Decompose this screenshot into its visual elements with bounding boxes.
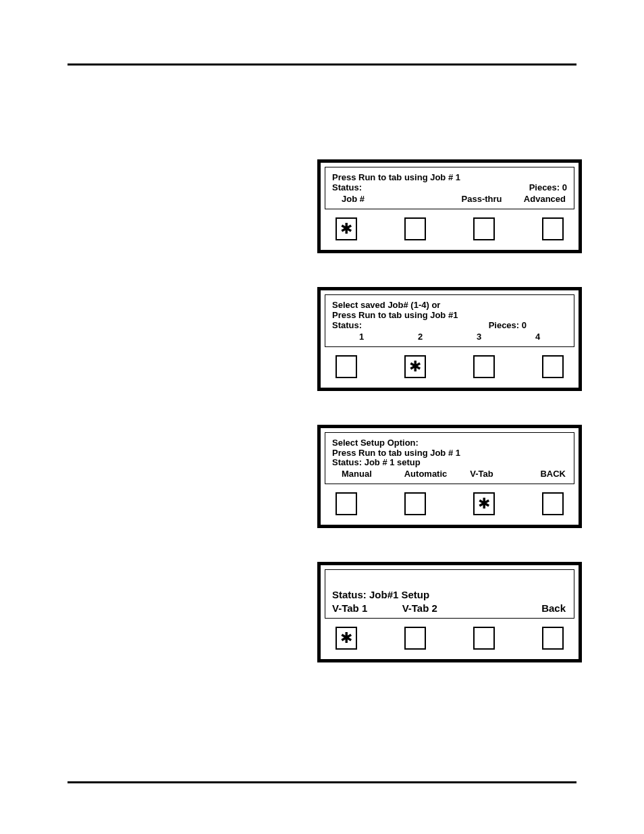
softkey-label-1: Manual <box>332 469 398 479</box>
softkey-label-1: V-Tab 1 <box>332 602 391 614</box>
softkey-4[interactable] <box>542 492 564 515</box>
softkey-4[interactable] <box>542 217 564 240</box>
softkey-label-4: Advanced <box>510 194 567 205</box>
control-panel-2: Select saved Job# (1-4) or Press Run to … <box>317 287 582 391</box>
prompt-line-1: Select Setup Option: <box>332 438 567 448</box>
softkey-row: ✱ <box>321 213 579 250</box>
softkey-3[interactable] <box>473 217 495 240</box>
pieces-label: Pieces: 0 <box>489 321 567 331</box>
softkey-label-3: 3 <box>450 332 508 342</box>
softkey-row: ✱ <box>321 488 579 525</box>
prompt-line-2: Press Run to tab using Job #1 <box>332 311 567 321</box>
softkey-2[interactable]: ✱ <box>404 355 426 378</box>
status-label: Status: <box>332 321 362 331</box>
softkey-label-3: Pass-thru <box>454 194 510 205</box>
footer-rule <box>68 781 576 783</box>
softkey-label-4: BACK <box>510 469 567 479</box>
softkey-label-2: V-Tab 2 <box>391 602 450 614</box>
status-label: Status: <box>332 183 362 193</box>
document-page: Press Run to tab using Job # 1 Status: P… <box>0 0 644 834</box>
softkey-label-4: Back <box>508 602 568 614</box>
softkey-1[interactable]: ✱ <box>336 627 357 650</box>
softkey-1[interactable] <box>336 492 357 515</box>
status-line: Status: Job#1 Setup <box>332 589 567 600</box>
control-panel-3: Select Setup Option: Press Run to tab us… <box>317 425 582 529</box>
prompt-line-2: Press Run to tab using Job # 1 <box>332 448 567 459</box>
prompt-line: Press Run to tab using Job # 1 <box>332 173 567 183</box>
softkey-4[interactable] <box>542 355 564 378</box>
lcd-display: Press Run to tab using Job # 1 Status: P… <box>325 167 574 209</box>
softkey-label-3 <box>449 602 508 614</box>
pieces-label: Pieces: 0 <box>529 183 567 193</box>
softkey-4[interactable] <box>542 627 564 650</box>
prompt-line-1: Select saved Job# (1-4) or <box>332 301 567 311</box>
softkey-3[interactable] <box>473 627 495 650</box>
softkey-1[interactable]: ✱ <box>336 217 357 240</box>
lcd-display: Status: Job#1 Setup V-Tab 1 V-Tab 2 Back <box>325 569 574 619</box>
lcd-display: Select Setup Option: Press Run to tab us… <box>325 432 574 485</box>
softkey-label-2: Automatic <box>398 469 454 479</box>
panel-column: Press Run to tab using Job # 1 Status: P… <box>317 159 582 696</box>
softkey-label-4: 4 <box>508 332 567 342</box>
control-panel-4: Status: Job#1 Setup V-Tab 1 V-Tab 2 Back… <box>317 562 582 662</box>
softkey-label-1: Job # <box>332 194 398 205</box>
status-line: Status: Job # 1 setup <box>332 458 567 468</box>
softkey-3[interactable] <box>473 355 495 378</box>
softkey-row: ✱ <box>321 623 579 659</box>
softkey-label-3: V-Tab <box>454 469 510 479</box>
softkey-2[interactable] <box>404 492 426 515</box>
softkey-label-2: 2 <box>391 332 450 342</box>
softkey-1[interactable] <box>336 355 357 378</box>
softkey-label-1: 1 <box>332 332 391 342</box>
header-rule <box>68 63 576 66</box>
softkey-2[interactable] <box>404 217 426 240</box>
softkey-3[interactable]: ✱ <box>473 492 495 515</box>
lcd-display: Select saved Job# (1-4) or Press Run to … <box>325 294 574 347</box>
softkey-row: ✱ <box>321 351 579 388</box>
softkey-label-2 <box>398 194 454 205</box>
softkey-2[interactable] <box>404 627 426 650</box>
control-panel-1: Press Run to tab using Job # 1 Status: P… <box>317 159 582 253</box>
